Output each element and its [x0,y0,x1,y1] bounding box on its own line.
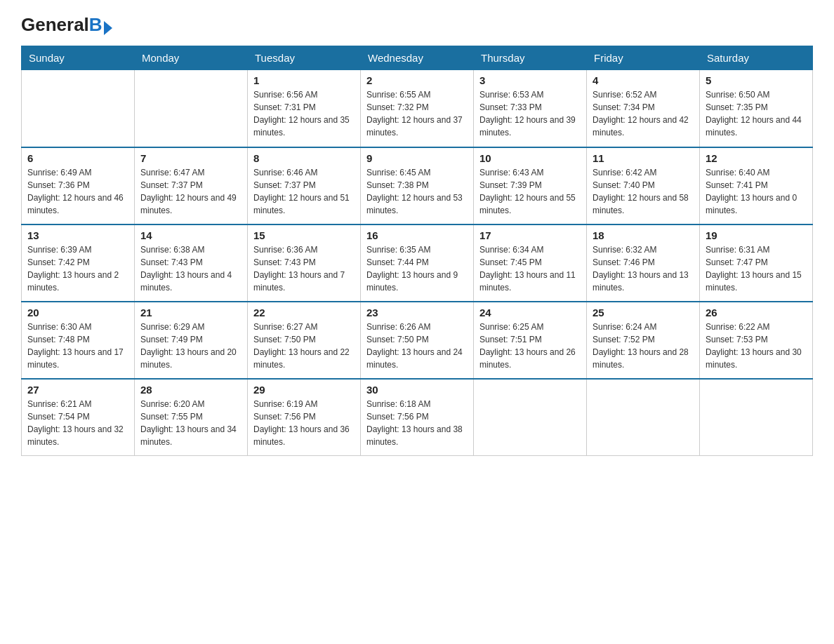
day-number: 16 [366,229,468,241]
day-number: 1 [253,74,355,86]
calendar-cell: 7Sunrise: 6:47 AMSunset: 7:37 PMDaylight… [135,147,248,224]
day-info: Sunrise: 6:18 AMSunset: 7:56 PMDaylight:… [366,398,468,448]
calendar-cell: 28Sunrise: 6:20 AMSunset: 7:55 PMDayligh… [135,379,248,456]
calendar-cell: 8Sunrise: 6:46 AMSunset: 7:37 PMDaylight… [248,147,361,224]
calendar-cell: 5Sunrise: 6:50 AMSunset: 7:35 PMDaylight… [700,70,813,147]
logo-blue-b: B [89,14,102,36]
col-thursday: Thursday [474,46,587,70]
calendar-cell: 12Sunrise: 6:40 AMSunset: 7:41 PMDayligh… [700,147,813,224]
calendar-cell: 11Sunrise: 6:42 AMSunset: 7:40 PMDayligh… [587,147,700,224]
day-number: 10 [479,152,581,164]
calendar-cell: 19Sunrise: 6:31 AMSunset: 7:47 PMDayligh… [700,224,813,302]
day-info: Sunrise: 6:29 AMSunset: 7:49 PMDaylight:… [140,321,241,371]
day-number: 15 [253,229,355,241]
logo: GeneralB [21,14,112,33]
calendar-cell: 29Sunrise: 6:19 AMSunset: 7:56 PMDayligh… [248,379,361,456]
header-row: Sunday Monday Tuesday Wednesday Thursday… [22,46,813,70]
calendar-cell: 1Sunrise: 6:56 AMSunset: 7:31 PMDaylight… [248,70,361,147]
calendar-cell: 25Sunrise: 6:24 AMSunset: 7:52 PMDayligh… [587,302,700,379]
calendar-cell: 17Sunrise: 6:34 AMSunset: 7:45 PMDayligh… [474,224,587,302]
day-info: Sunrise: 6:24 AMSunset: 7:52 PMDaylight:… [593,321,694,371]
calendar-cell: 9Sunrise: 6:45 AMSunset: 7:38 PMDaylight… [361,147,474,224]
col-monday: Monday [135,46,248,70]
calendar-cell: 14Sunrise: 6:38 AMSunset: 7:43 PMDayligh… [135,224,248,302]
day-info: Sunrise: 6:19 AMSunset: 7:56 PMDaylight:… [253,398,355,448]
logo-arrow-icon [104,21,112,35]
col-wednesday: Wednesday [361,46,474,70]
col-sunday: Sunday [22,46,135,70]
day-info: Sunrise: 6:50 AMSunset: 7:35 PMDaylight:… [706,88,807,139]
logo-text: GeneralB [21,14,112,36]
day-number: 14 [140,229,241,241]
col-friday: Friday [587,46,700,70]
calendar-week-row: 20Sunrise: 6:30 AMSunset: 7:48 PMDayligh… [22,302,813,379]
calendar-cell [22,70,135,147]
day-info: Sunrise: 6:21 AMSunset: 7:54 PMDaylight:… [27,398,128,448]
day-number: 23 [366,307,468,318]
day-info: Sunrise: 6:31 AMSunset: 7:47 PMDaylight:… [706,243,807,294]
day-info: Sunrise: 6:56 AMSunset: 7:31 PMDaylight:… [253,88,355,139]
calendar-cell: 18Sunrise: 6:32 AMSunset: 7:46 PMDayligh… [587,224,700,302]
day-info: Sunrise: 6:34 AMSunset: 7:45 PMDaylight:… [479,243,581,294]
col-tuesday: Tuesday [248,46,361,70]
day-number: 12 [706,152,807,164]
day-number: 2 [366,74,468,86]
calendar-week-row: 1Sunrise: 6:56 AMSunset: 7:31 PMDaylight… [22,70,813,147]
day-info: Sunrise: 6:46 AMSunset: 7:37 PMDaylight:… [253,166,355,217]
calendar-cell: 27Sunrise: 6:21 AMSunset: 7:54 PMDayligh… [22,379,135,456]
calendar-cell: 23Sunrise: 6:26 AMSunset: 7:50 PMDayligh… [361,302,474,379]
calendar-body: 1Sunrise: 6:56 AMSunset: 7:31 PMDaylight… [22,70,813,456]
day-number: 21 [140,307,241,318]
day-number: 6 [27,152,128,164]
day-info: Sunrise: 6:26 AMSunset: 7:50 PMDaylight:… [366,321,468,371]
logo-general: General [21,14,89,36]
calendar-cell: 4Sunrise: 6:52 AMSunset: 7:34 PMDaylight… [587,70,700,147]
calendar-cell: 16Sunrise: 6:35 AMSunset: 7:44 PMDayligh… [361,224,474,302]
day-number: 26 [706,307,807,318]
calendar-header: Sunday Monday Tuesday Wednesday Thursday… [22,46,813,70]
day-number: 28 [140,384,241,396]
day-info: Sunrise: 6:45 AMSunset: 7:38 PMDaylight:… [366,166,468,217]
day-info: Sunrise: 6:39 AMSunset: 7:42 PMDaylight:… [27,243,128,294]
calendar-cell [587,379,700,456]
calendar-week-row: 6Sunrise: 6:49 AMSunset: 7:36 PMDaylight… [22,147,813,224]
day-number: 29 [253,384,355,396]
calendar-week-row: 27Sunrise: 6:21 AMSunset: 7:54 PMDayligh… [22,379,813,456]
col-saturday: Saturday [700,46,813,70]
day-info: Sunrise: 6:49 AMSunset: 7:36 PMDaylight:… [27,166,128,217]
day-info: Sunrise: 6:55 AMSunset: 7:32 PMDaylight:… [366,88,468,139]
day-number: 25 [593,307,694,318]
day-info: Sunrise: 6:30 AMSunset: 7:48 PMDaylight:… [27,321,128,371]
calendar-cell: 30Sunrise: 6:18 AMSunset: 7:56 PMDayligh… [361,379,474,456]
day-info: Sunrise: 6:25 AMSunset: 7:51 PMDaylight:… [479,321,581,371]
calendar-cell: 3Sunrise: 6:53 AMSunset: 7:33 PMDaylight… [474,70,587,147]
day-info: Sunrise: 6:42 AMSunset: 7:40 PMDaylight:… [593,166,694,217]
calendar-cell [700,379,813,456]
day-info: Sunrise: 6:40 AMSunset: 7:41 PMDaylight:… [706,166,807,217]
day-number: 3 [479,74,581,86]
calendar-cell: 2Sunrise: 6:55 AMSunset: 7:32 PMDaylight… [361,70,474,147]
calendar-cell: 22Sunrise: 6:27 AMSunset: 7:50 PMDayligh… [248,302,361,379]
day-info: Sunrise: 6:20 AMSunset: 7:55 PMDaylight:… [140,398,241,448]
day-info: Sunrise: 6:27 AMSunset: 7:50 PMDaylight:… [253,321,355,371]
day-number: 13 [27,229,128,241]
calendar-table: Sunday Monday Tuesday Wednesday Thursday… [21,46,813,456]
day-number: 8 [253,152,355,164]
day-info: Sunrise: 6:22 AMSunset: 7:53 PMDaylight:… [706,321,807,371]
calendar-cell: 15Sunrise: 6:36 AMSunset: 7:43 PMDayligh… [248,224,361,302]
calendar-cell: 10Sunrise: 6:43 AMSunset: 7:39 PMDayligh… [474,147,587,224]
day-info: Sunrise: 6:32 AMSunset: 7:46 PMDaylight:… [593,243,694,294]
day-number: 27 [27,384,128,396]
day-number: 30 [366,384,468,396]
calendar-cell: 24Sunrise: 6:25 AMSunset: 7:51 PMDayligh… [474,302,587,379]
day-info: Sunrise: 6:52 AMSunset: 7:34 PMDaylight:… [593,88,694,139]
day-number: 24 [479,307,581,318]
day-number: 4 [593,74,694,86]
day-info: Sunrise: 6:35 AMSunset: 7:44 PMDaylight:… [366,243,468,294]
day-number: 9 [366,152,468,164]
day-number: 11 [593,152,694,164]
calendar-cell [135,70,248,147]
calendar-cell: 13Sunrise: 6:39 AMSunset: 7:42 PMDayligh… [22,224,135,302]
day-number: 5 [706,74,807,86]
calendar-cell [474,379,587,456]
